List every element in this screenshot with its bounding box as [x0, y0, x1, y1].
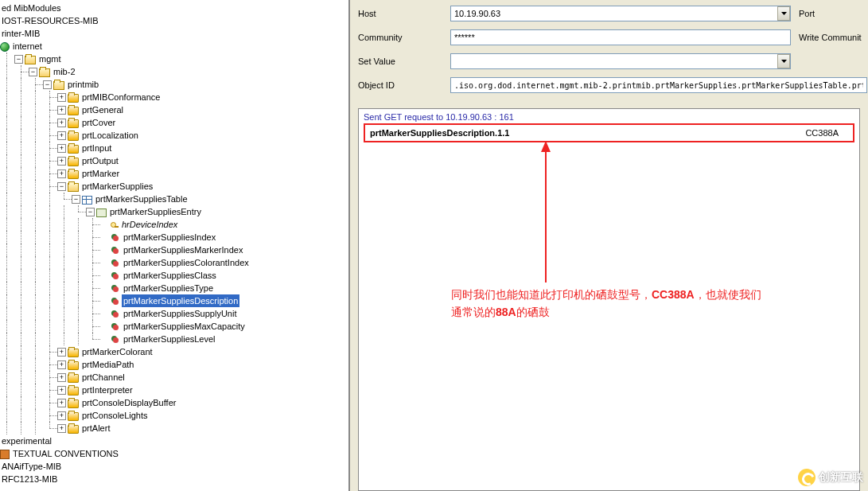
tree-node[interactable]: ed MibModules [0, 2, 348, 14]
tree-node[interactable]: +prtChannel [0, 371, 348, 384]
leaf-icon [111, 259, 120, 268]
tree-node[interactable]: +prtGeneral [0, 103, 348, 116]
community-label: Community [358, 33, 450, 42]
folder-open-icon [68, 183, 79, 192]
folder-open-icon [39, 68, 50, 77]
folder-icon [68, 349, 79, 357]
tree-node[interactable]: ANAifType-MIB [0, 460, 348, 473]
expand-icon[interactable]: + [57, 170, 66, 178]
leaf-icon [111, 335, 120, 345]
dropdown-icon[interactable] [777, 6, 790, 21]
expand-icon[interactable]: + [57, 424, 66, 433]
tree-node[interactable]: +prtLocalization [0, 129, 348, 142]
tree-node[interactable]: prtMarkerSuppliesColorantIndex [0, 256, 348, 269]
svg-marker-1 [781, 60, 787, 63]
collapse-icon[interactable]: − [57, 182, 66, 191]
tree-node[interactable]: +prtAlert [0, 422, 348, 434]
expand-icon[interactable]: + [57, 360, 66, 369]
expand-icon[interactable]: + [57, 157, 66, 166]
tree-node[interactable]: prtMarkerSuppliesType [0, 282, 348, 294]
expand-icon[interactable]: + [57, 348, 66, 357]
tree-node[interactable]: +prtInterpreter [0, 384, 348, 396]
tree-node[interactable]: prtMarkerSuppliesIndex [0, 231, 348, 244]
expand-icon[interactable]: + [57, 386, 66, 395]
tree-node[interactable]: RFC1213-MIB [0, 473, 348, 485]
tree-node[interactable]: +prtConsoleLights [0, 409, 348, 422]
tree-node[interactable]: prtMarkerSuppliesClass [0, 269, 348, 282]
leaf-icon [111, 246, 120, 255]
leaf-icon [111, 297, 120, 306]
tree-node[interactable]: +prtMarkerColorant [0, 345, 348, 358]
tree-node[interactable]: −mib-2 [0, 65, 348, 78]
community-input[interactable] [450, 29, 791, 45]
folder-open-icon [25, 56, 36, 64]
tree-node[interactable]: prtMarkerSuppliesSupplyUnit [0, 307, 348, 320]
folder-icon [68, 119, 79, 128]
svg-marker-0 [781, 12, 787, 15]
folder-icon [68, 412, 79, 421]
mib-tree[interactable]: ed MibModules IOST-RESOURCES-MIB rinter-… [0, 2, 348, 485]
tree-node[interactable]: IOST-RESOURCES-MIB [0, 14, 348, 27]
folder-icon [68, 132, 79, 141]
tree-node[interactable]: +prtConsoleDisplayBuffer [0, 396, 348, 409]
expand-icon[interactable]: + [57, 131, 66, 140]
annotation-text: 同时我们也能知道此打印机的硒鼓型号，CC388A，也就使我们 通常说的88A的硒… [451, 286, 761, 321]
tree-node[interactable]: +prtMarker [0, 167, 348, 180]
tree-node[interactable]: −prtMarkerSuppliesTable [0, 193, 348, 205]
mib-tree-panel: ed MibModules IOST-RESOURCES-MIB rinter-… [0, 0, 350, 491]
tree-node[interactable]: internet [0, 40, 348, 53]
expand-icon[interactable]: + [57, 119, 66, 127]
expand-icon[interactable]: + [57, 373, 66, 382]
tree-node[interactable]: experimental [0, 434, 348, 447]
folder-icon [68, 107, 79, 115]
tree-node[interactable]: +prtOutput [0, 154, 348, 167]
leaf-icon [111, 322, 120, 332]
tree-node[interactable]: +prtCover [0, 116, 348, 129]
result-oid: prtMarkerSuppliesDescription.1.1 [370, 128, 509, 138]
tree-node[interactable]: −prtMarkerSupplies [0, 180, 348, 193]
tree-node[interactable]: +prtMediaPath [0, 358, 348, 371]
tree-node[interactable]: prtMarkerSuppliesLevel [0, 333, 348, 345]
expand-icon[interactable]: + [57, 144, 66, 153]
snmp-form: Host Port Community Write Communit Set V… [350, 0, 868, 105]
leaf-icon [111, 233, 120, 243]
collapse-icon[interactable]: − [29, 68, 37, 76]
tree-node[interactable]: −prtMarkerSuppliesEntry [0, 205, 348, 218]
svg-marker-3 [541, 141, 551, 152]
key-icon [111, 222, 119, 230]
expand-icon[interactable]: + [57, 93, 66, 102]
collapse-icon[interactable]: − [43, 80, 52, 89]
result-panel: Sent GET request to 10.19.90.63 : 161 pr… [358, 108, 860, 491]
writecommunity-label: Write Communit [799, 33, 862, 42]
book-icon [0, 450, 10, 459]
setvalue-label: Set Value [358, 57, 450, 66]
folder-icon [68, 158, 79, 166]
tree-node[interactable]: +prtInput [0, 142, 348, 154]
tree-node-selected[interactable]: prtMarkerSuppliesDescription [0, 294, 348, 307]
tree-node[interactable]: prtMarkerSuppliesMarkerIndex [0, 244, 348, 256]
folder-open-icon [53, 81, 64, 90]
tree-node[interactable]: rinter-MIB [0, 27, 348, 40]
folder-icon [68, 145, 79, 154]
tree-node[interactable]: −mgmt [0, 53, 348, 65]
expand-icon[interactable]: + [57, 399, 66, 407]
folder-icon [68, 361, 79, 370]
leaf-icon [111, 310, 120, 319]
tree-node[interactable]: prtMarkerSuppliesMaxCapacity [0, 320, 348, 333]
setvalue-input[interactable] [450, 53, 791, 69]
host-input[interactable] [450, 6, 791, 21]
tree-node[interactable]: TEXTUAL CONVENTIONS [0, 447, 348, 460]
collapse-icon[interactable]: − [14, 55, 23, 64]
tree-node[interactable]: hrDeviceIndex [0, 218, 348, 231]
table-icon [82, 196, 92, 205]
tree-node[interactable]: +prtMIBConformance [0, 91, 348, 103]
dropdown-icon[interactable] [777, 54, 790, 68]
expand-icon[interactable]: + [57, 411, 66, 420]
host-label: Host [358, 9, 450, 18]
expand-icon[interactable]: + [57, 106, 66, 115]
collapse-icon[interactable]: − [72, 195, 80, 204]
tree-node[interactable]: −printmib [0, 78, 348, 91]
objectid-input[interactable] [450, 77, 867, 93]
folder-icon [68, 374, 79, 383]
collapse-icon[interactable]: − [86, 208, 95, 216]
